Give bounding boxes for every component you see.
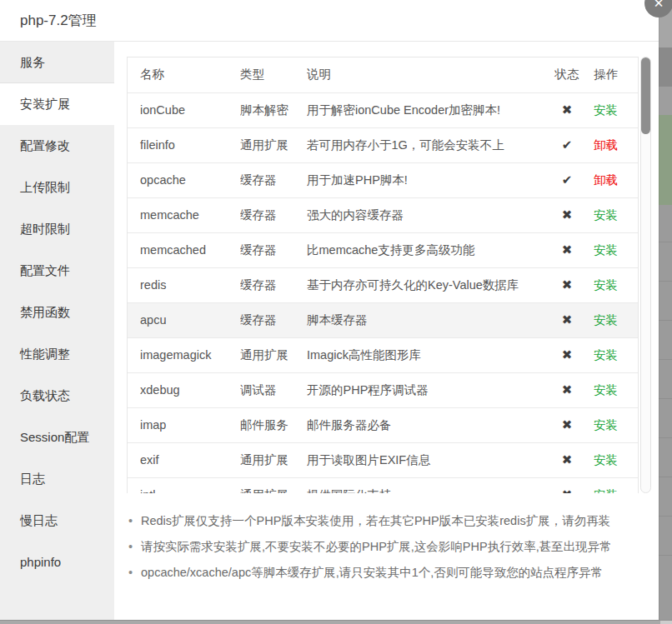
table-row: opcache 缓存器 用于加速PHP脚本! ✔ 卸载 [128, 162, 638, 197]
cross-icon: ✖ [562, 207, 573, 222]
modal-title: php-7.2管理 [0, 0, 659, 41]
extension-name: opcache [128, 162, 240, 197]
extension-type: 邮件服务 [240, 407, 307, 442]
sidebar-item-1[interactable]: 安装扩展 [0, 83, 114, 125]
install-link[interactable]: 安装 [594, 313, 618, 327]
background-band [659, 47, 672, 87]
extension-name: apcu [128, 302, 240, 337]
sidebar-item-3[interactable]: 上传限制 [0, 167, 114, 208]
extension-description: 用于读取图片EXIF信息 [307, 442, 550, 477]
background-band-green [659, 115, 672, 205]
table-header-row: 名称 类型 说明 状态 操作 [128, 57, 638, 92]
horizontal-scrollbar[interactable] [0, 620, 672, 624]
background-divider [659, 242, 672, 242]
table-row: fileinfo 通用扩展 若可用内存小于1G，可能会安装不上 ✔ 卸载 [128, 127, 638, 162]
sidebar-item-12[interactable]: phpinfo [0, 542, 114, 583]
sidebar-item-5[interactable]: 配置文件 [0, 250, 114, 292]
sidebar-item-9[interactable]: Session配置 [0, 417, 114, 458]
note-item: 请按实际需求安装扩展,不要安装不必要的PHP扩展,这会影响PHP执行效率,甚至出… [127, 534, 639, 560]
table-scrollbar-thumb[interactable] [641, 57, 650, 134]
extension-description: 比memcache支持更多高级功能 [307, 232, 550, 267]
table-row: memcache 缓存器 强大的内容缓存器 ✖ 安装 [128, 197, 638, 232]
table-row: memcached 缓存器 比memcache支持更多高级功能 ✖ 安装 [128, 232, 638, 267]
extension-name: memcache [128, 197, 240, 232]
table-row: xdebug 调试器 开源的PHP程序调试器 ✖ 安装 [128, 372, 638, 407]
extensions-table: 名称 类型 说明 状态 操作 ionCube 脚本解密 用于解密ionCube … [128, 57, 638, 493]
sidebar-item-8[interactable]: 负载状态 [0, 375, 114, 417]
check-icon: ✔ [562, 172, 573, 187]
extension-description: Imagick高性能图形库 [307, 337, 550, 372]
install-link[interactable]: 安装 [594, 103, 618, 117]
note-item: opcache/xcache/apc等脚本缓存扩展,请只安装其中1个,否则可能导… [127, 560, 639, 586]
extension-notes: Redis扩展仅支持一个PHP版本安装使用，若在其它PHP版本已安装redis扩… [127, 508, 639, 586]
cross-icon: ✖ [562, 452, 573, 467]
extension-description: 若可用内存小于1G，可能会安装不上 [307, 127, 550, 162]
extension-description: 邮件服务器必备 [307, 407, 550, 442]
cross-icon: ✖ [562, 102, 573, 117]
extension-description: 脚本缓存器 [307, 302, 550, 337]
table-row: imap 邮件服务 邮件服务器必备 ✖ 安装 [128, 407, 638, 442]
background-divider [659, 398, 672, 399]
extension-name: ionCube [128, 92, 240, 127]
extension-type: 缓存器 [240, 267, 307, 302]
note-item: Redis扩展仅支持一个PHP版本安装使用，若在其它PHP版本已安装redis扩… [127, 508, 639, 534]
uninstall-link[interactable]: 卸载 [594, 138, 618, 152]
sidebar-item-4[interactable]: 超时限制 [0, 208, 114, 250]
uninstall-link[interactable]: 卸载 [594, 173, 618, 187]
table-scrollbar-track[interactable] [640, 57, 651, 493]
cross-icon: ✖ [562, 277, 573, 292]
install-link[interactable]: 安装 [594, 488, 618, 494]
install-link[interactable]: 安装 [594, 418, 618, 432]
extension-type: 脚本解密 [240, 92, 307, 127]
extension-name: fileinfo [128, 127, 240, 162]
cross-icon: ✖ [562, 312, 573, 327]
install-link[interactable]: 安装 [594, 383, 618, 397]
install-link[interactable]: 安装 [594, 243, 618, 257]
sidebar-item-6[interactable]: 禁用函数 [0, 292, 114, 333]
cross-icon: ✖ [562, 242, 573, 257]
extension-type: 缓存器 [240, 162, 307, 197]
background-divider [659, 437, 672, 438]
background-divider [659, 320, 672, 321]
sidebar-item-0[interactable]: 服务 [0, 42, 114, 83]
extension-name: imagemagick [128, 337, 240, 372]
install-link[interactable]: 安装 [594, 453, 618, 467]
cross-icon: ✖ [562, 382, 573, 397]
sidebar-item-7[interactable]: 性能调整 [0, 333, 114, 375]
extension-name: redis [128, 267, 240, 302]
php-manage-modal: php-7.2管理 服务安装扩展配置修改上传限制超时限制配置文件禁用函数性能调整… [0, 0, 659, 620]
sidebar-item-10[interactable]: 日志 [0, 458, 114, 500]
extension-type: 缓存器 [240, 232, 307, 267]
background-divider [659, 281, 672, 282]
extension-type: 通用扩展 [240, 127, 307, 162]
table-row: imagemagick 通用扩展 Imagick高性能图形库 ✖ 安装 [128, 337, 638, 372]
extension-description: 用于解密ionCube Encoder加密脚本! [307, 92, 550, 127]
background-divider [659, 359, 672, 360]
table-row: ionCube 脚本解密 用于解密ionCube Encoder加密脚本! ✖ … [128, 92, 638, 127]
background-divider [659, 516, 672, 517]
cross-icon: ✖ [562, 417, 573, 432]
extension-type: 调试器 [240, 372, 307, 407]
install-link[interactable]: 安装 [594, 348, 618, 362]
install-link[interactable]: 安装 [594, 278, 618, 292]
dimmed-background-page [659, 0, 672, 620]
extensions-table-container: 名称 类型 说明 状态 操作 ionCube 脚本解密 用于解密ionCube … [127, 57, 639, 493]
scrollbar-corner [660, 621, 672, 624]
extension-description: 开源的PHP程序调试器 [307, 372, 550, 407]
table-row: apcu 缓存器 脚本缓存器 ✖ 安装 [128, 302, 638, 337]
install-link[interactable]: 安装 [594, 208, 618, 222]
extension-description: 提供国际化支持 [307, 477, 550, 493]
table-row: exif 通用扩展 用于读取图片EXIF信息 ✖ 安装 [128, 442, 638, 477]
extension-type: 通用扩展 [240, 477, 307, 493]
sidebar-item-2[interactable]: 配置修改 [0, 125, 114, 167]
background-divider [659, 477, 672, 477]
extension-name: xdebug [128, 372, 240, 407]
cross-icon: ✖ [562, 347, 573, 362]
extension-name: memcached [128, 232, 240, 267]
extension-description: 用于加速PHP脚本! [307, 162, 550, 197]
background-band [659, 87, 672, 115]
header-op: 操作 [584, 57, 638, 92]
extension-type: 缓存器 [240, 302, 307, 337]
sidebar-item-11[interactable]: 慢日志 [0, 500, 114, 542]
extension-name: exif [128, 442, 240, 477]
